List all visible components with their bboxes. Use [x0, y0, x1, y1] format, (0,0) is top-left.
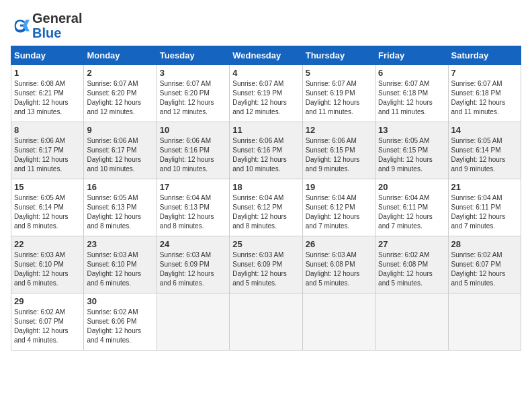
day-number: 30 [87, 296, 153, 306]
day-sun-info: Sunrise: 6:06 AMSunset: 6:15 PMDaylight:… [306, 136, 372, 174]
page-header: General Blue [11, 11, 521, 40]
day-cell-7: 7Sunrise: 6:07 AMSunset: 6:18 PMDaylight… [448, 65, 521, 122]
day-cell-14: 14Sunrise: 6:05 AMSunset: 6:14 PMDayligh… [448, 122, 521, 179]
calendar-week-1: 1Sunrise: 6:08 AMSunset: 6:21 PMDaylight… [11, 65, 521, 122]
day-cell-9: 9Sunrise: 6:06 AMSunset: 6:17 PMDaylight… [84, 122, 157, 179]
header-day-saturday: Saturday [448, 46, 521, 65]
empty-cell [375, 293, 448, 351]
day-number: 26 [306, 239, 372, 249]
day-sun-info: Sunrise: 6:02 AMSunset: 6:08 PMDaylight:… [378, 250, 445, 288]
logo: General Blue [11, 11, 82, 40]
header-day-monday: Monday [84, 46, 157, 65]
day-cell-23: 23Sunrise: 6:03 AMSunset: 6:10 PMDayligh… [84, 236, 157, 293]
day-number: 4 [232, 68, 299, 78]
day-cell-21: 21Sunrise: 6:04 AMSunset: 6:11 PMDayligh… [448, 179, 521, 236]
logo-icon [11, 16, 30, 35]
day-number: 23 [87, 239, 153, 249]
calendar-week-2: 8Sunrise: 6:06 AMSunset: 6:17 PMDaylight… [11, 122, 521, 179]
day-sun-info: Sunrise: 6:03 AMSunset: 6:09 PMDaylight:… [160, 250, 226, 288]
empty-cell [448, 293, 521, 351]
day-sun-info: Sunrise: 6:04 AMSunset: 6:13 PMDaylight:… [160, 193, 226, 231]
day-cell-25: 25Sunrise: 6:03 AMSunset: 6:09 PMDayligh… [230, 236, 302, 293]
day-sun-info: Sunrise: 6:04 AMSunset: 6:11 PMDaylight:… [451, 193, 518, 231]
day-cell-29: 29Sunrise: 6:02 AMSunset: 6:07 PMDayligh… [11, 293, 84, 351]
day-number: 18 [232, 182, 299, 192]
day-cell-28: 28Sunrise: 6:02 AMSunset: 6:07 PMDayligh… [448, 236, 521, 293]
header-day-sunday: Sunday [11, 46, 84, 65]
header-day-wednesday: Wednesday [230, 46, 302, 65]
day-cell-26: 26Sunrise: 6:03 AMSunset: 6:08 PMDayligh… [302, 236, 375, 293]
day-number: 2 [87, 68, 153, 78]
calendar-header-row: SundayMondayTuesdayWednesdayThursdayFrid… [11, 46, 521, 65]
day-cell-8: 8Sunrise: 6:06 AMSunset: 6:17 PMDaylight… [11, 122, 84, 179]
day-number: 11 [232, 125, 299, 135]
day-number: 17 [160, 182, 226, 192]
empty-cell [157, 293, 229, 351]
day-number: 16 [87, 182, 153, 192]
calendar-week-3: 15Sunrise: 6:05 AMSunset: 6:14 PMDayligh… [11, 179, 521, 236]
day-sun-info: Sunrise: 6:08 AMSunset: 6:21 PMDaylight:… [14, 79, 81, 117]
day-cell-27: 27Sunrise: 6:02 AMSunset: 6:08 PMDayligh… [375, 236, 448, 293]
day-cell-16: 16Sunrise: 6:05 AMSunset: 6:13 PMDayligh… [84, 179, 157, 236]
day-cell-13: 13Sunrise: 6:05 AMSunset: 6:15 PMDayligh… [375, 122, 448, 179]
day-cell-3: 3Sunrise: 6:07 AMSunset: 6:20 PMDaylight… [157, 65, 229, 122]
day-cell-2: 2Sunrise: 6:07 AMSunset: 6:20 PMDaylight… [84, 65, 157, 122]
day-number: 8 [14, 125, 81, 135]
day-sun-info: Sunrise: 6:05 AMSunset: 6:14 PMDaylight:… [14, 193, 81, 231]
day-cell-19: 19Sunrise: 6:04 AMSunset: 6:12 PMDayligh… [302, 179, 375, 236]
calendar-week-5: 29Sunrise: 6:02 AMSunset: 6:07 PMDayligh… [11, 293, 521, 351]
day-cell-22: 22Sunrise: 6:03 AMSunset: 6:10 PMDayligh… [11, 236, 84, 293]
day-sun-info: Sunrise: 6:04 AMSunset: 6:12 PMDaylight:… [306, 193, 372, 231]
day-cell-24: 24Sunrise: 6:03 AMSunset: 6:09 PMDayligh… [157, 236, 229, 293]
logo-text: General Blue [32, 11, 82, 40]
day-cell-10: 10Sunrise: 6:06 AMSunset: 6:16 PMDayligh… [157, 122, 229, 179]
day-number: 12 [306, 125, 372, 135]
day-sun-info: Sunrise: 6:06 AMSunset: 6:16 PMDaylight:… [160, 136, 226, 174]
day-sun-info: Sunrise: 6:07 AMSunset: 6:19 PMDaylight:… [306, 79, 372, 117]
empty-cell [302, 293, 375, 351]
day-cell-17: 17Sunrise: 6:04 AMSunset: 6:13 PMDayligh… [157, 179, 229, 236]
day-cell-11: 11Sunrise: 6:06 AMSunset: 6:16 PMDayligh… [230, 122, 302, 179]
day-number: 21 [451, 182, 518, 192]
day-sun-info: Sunrise: 6:04 AMSunset: 6:12 PMDaylight:… [232, 193, 299, 231]
day-number: 24 [160, 239, 226, 249]
day-sun-info: Sunrise: 6:05 AMSunset: 6:14 PMDaylight:… [451, 136, 518, 174]
day-number: 9 [87, 125, 153, 135]
day-cell-15: 15Sunrise: 6:05 AMSunset: 6:14 PMDayligh… [11, 179, 84, 236]
day-number: 28 [451, 239, 518, 249]
day-number: 29 [14, 296, 81, 306]
day-sun-info: Sunrise: 6:06 AMSunset: 6:17 PMDaylight:… [87, 136, 153, 174]
day-cell-30: 30Sunrise: 6:02 AMSunset: 6:06 PMDayligh… [84, 293, 157, 351]
day-number: 13 [378, 125, 445, 135]
day-sun-info: Sunrise: 6:03 AMSunset: 6:09 PMDaylight:… [232, 250, 299, 288]
day-sun-info: Sunrise: 6:07 AMSunset: 6:20 PMDaylight:… [87, 79, 153, 117]
day-cell-18: 18Sunrise: 6:04 AMSunset: 6:12 PMDayligh… [230, 179, 302, 236]
day-number: 15 [14, 182, 81, 192]
day-number: 5 [306, 68, 372, 78]
calendar-table: SundayMondayTuesdayWednesdayThursdayFrid… [11, 46, 521, 351]
day-sun-info: Sunrise: 6:06 AMSunset: 6:17 PMDaylight:… [14, 136, 81, 174]
day-sun-info: Sunrise: 6:05 AMSunset: 6:15 PMDaylight:… [378, 136, 445, 174]
header-day-thursday: Thursday [302, 46, 375, 65]
day-sun-info: Sunrise: 6:02 AMSunset: 6:07 PMDaylight:… [451, 250, 518, 288]
calendar-week-4: 22Sunrise: 6:03 AMSunset: 6:10 PMDayligh… [11, 236, 521, 293]
day-number: 19 [306, 182, 372, 192]
day-cell-6: 6Sunrise: 6:07 AMSunset: 6:18 PMDaylight… [375, 65, 448, 122]
day-sun-info: Sunrise: 6:05 AMSunset: 6:13 PMDaylight:… [87, 193, 153, 231]
day-cell-4: 4Sunrise: 6:07 AMSunset: 6:19 PMDaylight… [230, 65, 302, 122]
day-sun-info: Sunrise: 6:07 AMSunset: 6:18 PMDaylight:… [378, 79, 445, 117]
day-sun-info: Sunrise: 6:04 AMSunset: 6:11 PMDaylight:… [378, 193, 445, 231]
day-number: 3 [160, 68, 226, 78]
day-sun-info: Sunrise: 6:07 AMSunset: 6:20 PMDaylight:… [160, 79, 226, 117]
day-sun-info: Sunrise: 6:02 AMSunset: 6:06 PMDaylight:… [87, 308, 153, 345]
day-number: 20 [378, 182, 445, 192]
day-sun-info: Sunrise: 6:07 AMSunset: 6:18 PMDaylight:… [451, 79, 518, 117]
day-sun-info: Sunrise: 6:06 AMSunset: 6:16 PMDaylight:… [232, 136, 299, 174]
day-cell-12: 12Sunrise: 6:06 AMSunset: 6:15 PMDayligh… [302, 122, 375, 179]
day-number: 1 [14, 68, 81, 78]
day-cell-20: 20Sunrise: 6:04 AMSunset: 6:11 PMDayligh… [375, 179, 448, 236]
header-day-tuesday: Tuesday [157, 46, 229, 65]
day-number: 6 [378, 68, 445, 78]
header-day-friday: Friday [375, 46, 448, 65]
empty-cell [230, 293, 302, 351]
